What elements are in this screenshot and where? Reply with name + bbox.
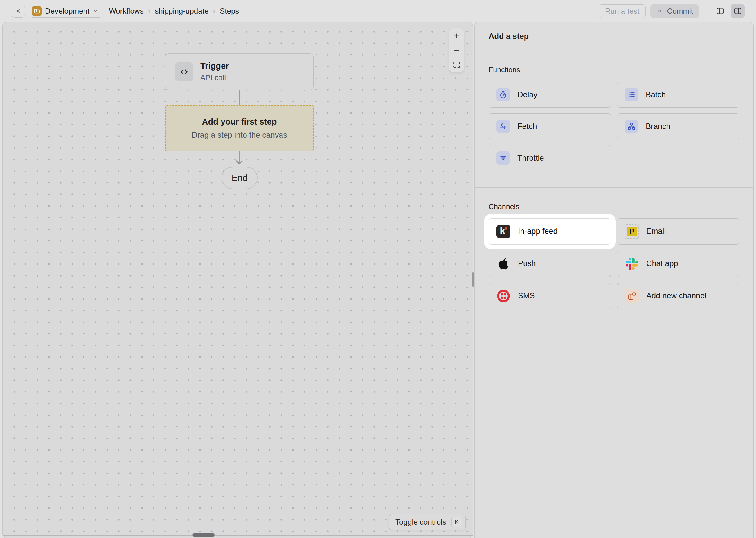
panel-title: Add a step xyxy=(489,32,529,41)
step-card-label: Branch xyxy=(646,122,671,131)
hierarchy-icon xyxy=(625,120,638,133)
section-divider xyxy=(475,187,753,188)
environment-switcher[interactable]: Development xyxy=(29,5,103,18)
channels-grid: k In-app feed P Email xyxy=(489,218,739,309)
step-card-label: Delay xyxy=(517,90,538,99)
panel-right-icon xyxy=(733,7,742,15)
step-card-sms[interactable]: SMS xyxy=(489,283,611,309)
step-card-label: Chat app xyxy=(646,259,678,268)
panel-left-icon xyxy=(716,7,725,15)
section-label-channels: Channels xyxy=(489,202,739,211)
toolbar-divider xyxy=(706,6,706,16)
toggle-left-panel-button[interactable] xyxy=(713,4,727,18)
workflow-builder-app: Development Workflows › shipping-update … xyxy=(0,0,756,538)
step-card-in-app-feed[interactable]: k In-app feed xyxy=(489,218,611,244)
panel-header: Add a step xyxy=(475,23,753,51)
environment-label: Development xyxy=(45,7,89,16)
trigger-node[interactable]: Trigger API call xyxy=(165,53,313,90)
twilio-logo xyxy=(496,289,510,303)
step-card-label: Batch xyxy=(646,90,666,99)
step-card-email[interactable]: P Email xyxy=(617,218,739,244)
add-channel-icon xyxy=(625,289,639,303)
vertical-scrollbar-thumb[interactable] xyxy=(472,273,474,287)
canvas-zoom-controls: + − xyxy=(449,28,464,72)
zoom-in-button[interactable]: + xyxy=(449,28,464,43)
step-card-branch[interactable]: Branch xyxy=(617,113,739,139)
commit-button[interactable]: Commit xyxy=(650,4,699,18)
breadcrumb-workflows[interactable]: Workflows xyxy=(109,7,143,16)
fit-view-button[interactable] xyxy=(449,58,464,72)
step-card-batch[interactable]: Batch xyxy=(617,81,739,108)
trigger-title: Trigger xyxy=(200,61,229,71)
edge-arrowhead xyxy=(236,160,243,165)
commit-label: Commit xyxy=(667,7,693,16)
list-icon xyxy=(625,88,638,101)
step-card-label: SMS xyxy=(518,292,535,300)
breadcrumb-separator: › xyxy=(148,7,151,16)
add-step-panel: Add a step Functions Delay xyxy=(474,22,754,538)
chevron-left-icon xyxy=(15,8,22,14)
dropzone-subtitle: Drag a step into the canvas xyxy=(192,131,287,140)
step-card-throttle[interactable]: Throttle xyxy=(489,145,611,171)
fit-view-icon xyxy=(453,61,460,69)
chevron-down-icon xyxy=(93,8,98,14)
run-a-test-button[interactable]: Run a test xyxy=(599,4,646,18)
workflow-canvas[interactable]: + − xyxy=(2,22,473,538)
code-icon xyxy=(175,63,193,81)
step-card-label: Push xyxy=(518,259,536,268)
step-card-add-new-channel[interactable]: Add new channel xyxy=(617,283,739,309)
filter-lines-icon xyxy=(496,151,510,165)
breadcrumb-workflow-name[interactable]: shipping-update xyxy=(155,7,209,16)
step-card-label: Add new channel xyxy=(646,292,706,300)
step-card-label: Fetch xyxy=(517,122,537,131)
horizontal-scrollbar-track xyxy=(3,535,473,536)
toggle-controls-button[interactable]: Toggle controls K xyxy=(389,514,466,530)
trigger-subtitle: API call xyxy=(200,73,229,82)
postmark-stamp-logo: P xyxy=(625,225,639,239)
top-bar: Development Workflows › shipping-update … xyxy=(0,0,756,22)
zoom-out-button[interactable]: − xyxy=(449,43,464,58)
breadcrumb-separator: › xyxy=(213,7,215,16)
knock-logo-dot xyxy=(504,227,507,230)
step-card-delay[interactable]: Delay xyxy=(489,81,611,108)
step-card-label: In-app feed xyxy=(518,227,558,236)
back-button[interactable] xyxy=(12,5,25,18)
add-first-step-dropzone[interactable]: Add your first step Drag a step into the… xyxy=(165,105,313,151)
horizontal-scrollbar-thumb[interactable] xyxy=(193,533,215,537)
dropzone-title: Add your first step xyxy=(202,117,277,127)
functions-grid: Delay Batch xyxy=(489,81,739,171)
step-card-fetch[interactable]: Fetch xyxy=(489,113,611,139)
step-card-push[interactable]: Push xyxy=(489,251,611,277)
arrows-swap-icon xyxy=(496,120,510,133)
edge-trigger-to-dropzone xyxy=(239,90,240,105)
apple-logo xyxy=(496,257,510,271)
step-card-label: Email xyxy=(646,227,666,236)
toggle-controls-label: Toggle controls xyxy=(396,518,446,527)
breadcrumb-current-page: Steps xyxy=(220,7,239,16)
stopwatch-icon xyxy=(496,88,510,101)
toggle-right-panel-button[interactable] xyxy=(731,4,745,18)
step-card-label: Throttle xyxy=(517,154,544,163)
knock-logo: k xyxy=(496,225,510,239)
slack-logo xyxy=(625,257,639,271)
commit-icon xyxy=(656,8,664,14)
keyboard-shortcut-badge: K xyxy=(451,517,462,527)
step-card-chat-app[interactable]: Chat app xyxy=(617,251,739,277)
end-node: End xyxy=(221,167,258,189)
folder-commit-icon xyxy=(32,6,41,16)
breadcrumb: Workflows › shipping-update › Steps xyxy=(109,7,239,16)
section-label-functions: Functions xyxy=(489,65,739,74)
